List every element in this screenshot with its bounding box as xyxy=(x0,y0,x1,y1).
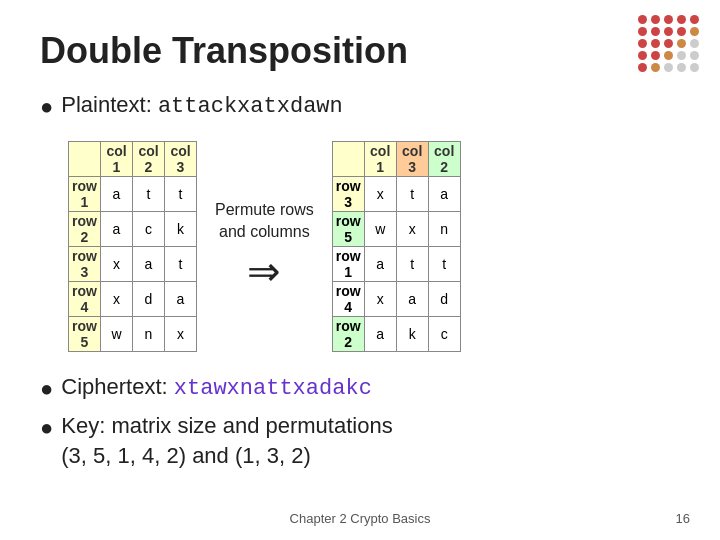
cell: row 5 xyxy=(69,316,101,351)
cell: row 2 xyxy=(69,211,101,246)
cell: a xyxy=(364,316,396,351)
dots-decoration xyxy=(638,15,700,72)
slide: Double Transposition ● Plaintext: attack… xyxy=(0,0,720,540)
footer: Chapter 2 Crypto Basics xyxy=(0,511,720,526)
cell: t xyxy=(396,246,428,281)
decoration-dot xyxy=(690,27,699,36)
cell: a xyxy=(364,246,396,281)
decoration-dot xyxy=(664,63,673,72)
decoration-dot xyxy=(651,27,660,36)
cell: t xyxy=(396,176,428,211)
cell: row 2 xyxy=(332,316,364,351)
decoration-dot xyxy=(651,63,660,72)
table-row: row 1att xyxy=(69,176,197,211)
right-matrix: col 1col 3col 2row 3xtarow 5wxnrow 1attr… xyxy=(332,141,461,352)
decoration-dot xyxy=(664,51,673,60)
left-col-header-0 xyxy=(69,141,101,176)
ciphertext-row: Ciphertext: xtawxnattxadakc xyxy=(61,372,372,405)
cell: w xyxy=(101,316,133,351)
left-col-header-1: col 1 xyxy=(101,141,133,176)
decoration-dot xyxy=(690,15,699,24)
permute-label: Permute rowsand columns xyxy=(215,199,314,244)
table-row: row 3xat xyxy=(69,246,197,281)
bullet-section: ● Plaintext: attackxatxdawn col 1col 2co… xyxy=(40,90,680,472)
cell: d xyxy=(428,281,460,316)
cell: a xyxy=(165,281,197,316)
slide-title: Double Transposition xyxy=(40,30,680,72)
decoration-dot xyxy=(690,39,699,48)
cell: x xyxy=(364,176,396,211)
decoration-dot xyxy=(664,15,673,24)
plaintext-row: Plaintext: attackxatxdawn xyxy=(61,90,342,123)
cell: c xyxy=(428,316,460,351)
cell: row 3 xyxy=(69,246,101,281)
left-col-header-3: col 3 xyxy=(165,141,197,176)
cell: w xyxy=(364,211,396,246)
right-col-header-0 xyxy=(332,141,364,176)
cell: a xyxy=(101,176,133,211)
table-row: row 5wxn xyxy=(332,211,460,246)
decoration-dot xyxy=(651,15,660,24)
right-col-header-1: col 1 xyxy=(364,141,396,176)
left-col-header-2: col 2 xyxy=(133,141,165,176)
bullet-1: ● Plaintext: attackxatxdawn xyxy=(40,90,680,123)
bullet-dot-2: ● xyxy=(40,374,53,405)
decoration-dot xyxy=(638,39,647,48)
table-row: row 5wnx xyxy=(69,316,197,351)
decoration-dot xyxy=(638,51,647,60)
decoration-dot xyxy=(677,39,686,48)
table-row: row 4xda xyxy=(69,281,197,316)
decoration-dot xyxy=(638,15,647,24)
left-matrix: col 1col 2col 3row 1attrow 2ackrow 3xatr… xyxy=(68,141,197,352)
permute-section: Permute rowsand columns ⇒ xyxy=(215,199,314,294)
decoration-dot xyxy=(677,27,686,36)
plaintext-label: Plaintext: xyxy=(61,92,158,117)
cell: t xyxy=(165,246,197,281)
key-line1: Key: matrix size and permutations xyxy=(61,411,392,442)
cell: x xyxy=(101,246,133,281)
ciphertext-value: xtawxnattxadakc xyxy=(174,376,372,401)
decoration-dot xyxy=(651,39,660,48)
bullet-3: ● Key: matrix size and permutations (3, … xyxy=(40,411,680,473)
cell: a xyxy=(396,281,428,316)
bullet-dot-1: ● xyxy=(40,92,53,123)
cell: a xyxy=(428,176,460,211)
cell: t xyxy=(165,176,197,211)
right-col-header-3: col 2 xyxy=(428,141,460,176)
cell: row 4 xyxy=(69,281,101,316)
cell: row 3 xyxy=(332,176,364,211)
cell: t xyxy=(428,246,460,281)
cell: k xyxy=(165,211,197,246)
plaintext-value: attackxatxdawn xyxy=(158,94,343,119)
bullet-2: ● Ciphertext: xtawxnattxadakc xyxy=(40,372,680,405)
footer-text: Chapter 2 Crypto Basics xyxy=(290,511,431,526)
cell: row 4 xyxy=(332,281,364,316)
ciphertext-label: Ciphertext: xyxy=(61,374,174,399)
cell: a xyxy=(101,211,133,246)
page-number: 16 xyxy=(676,511,690,526)
decoration-dot xyxy=(677,51,686,60)
table-row: row 4xad xyxy=(332,281,460,316)
decoration-dot xyxy=(638,63,647,72)
table-row: row 2akc xyxy=(332,316,460,351)
cell: n xyxy=(428,211,460,246)
decoration-dot xyxy=(690,51,699,60)
bullet-dot-3: ● xyxy=(40,413,53,444)
cell: row 1 xyxy=(332,246,364,281)
arrow-icon: ⇒ xyxy=(247,248,281,294)
cell: x xyxy=(364,281,396,316)
cell: x xyxy=(165,316,197,351)
cell: c xyxy=(133,211,165,246)
cell: d xyxy=(133,281,165,316)
table-row: row 3xta xyxy=(332,176,460,211)
table-row: row 2ack xyxy=(69,211,197,246)
decoration-dot xyxy=(664,39,673,48)
cell: k xyxy=(396,316,428,351)
decoration-dot xyxy=(664,27,673,36)
cell: x xyxy=(396,211,428,246)
decoration-dot xyxy=(677,15,686,24)
cell: x xyxy=(101,281,133,316)
decoration-dot xyxy=(690,63,699,72)
key-line2: (3, 5, 1, 4, 2) and (1, 3, 2) xyxy=(61,441,392,472)
cell: t xyxy=(133,176,165,211)
